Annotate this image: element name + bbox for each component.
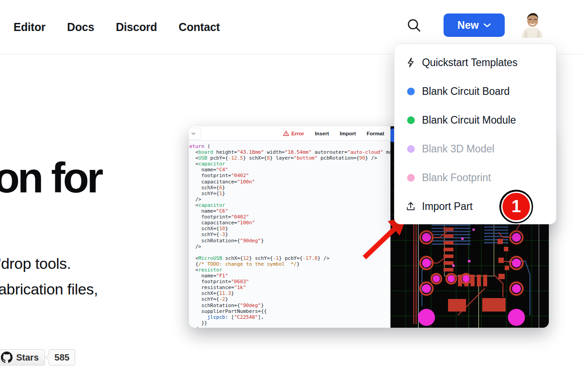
menu-item-label: Import Part (422, 200, 473, 213)
purple-dot-icon (405, 143, 416, 154)
nav-link-contact[interactable]: Contact (179, 21, 220, 34)
search-button[interactable] (407, 18, 422, 33)
pink-dot-icon (405, 172, 416, 183)
step-badge-number: 1 (502, 193, 530, 220)
menu-item-label: Blank Circuit Module (422, 114, 516, 126)
hero-body-line-1: 'drop tools. (0, 251, 98, 276)
import-menu-item[interactable]: Import (340, 131, 356, 136)
chevron-down-icon (191, 132, 196, 135)
nav-link-docs[interactable]: Docs (67, 21, 94, 34)
bolt-icon (405, 57, 416, 68)
user-avatar[interactable] (520, 12, 544, 38)
menu-item-label: Blank Circuit Board (422, 85, 510, 98)
hero-title-fragment: on for (0, 153, 101, 202)
upload-icon (405, 201, 416, 212)
blue-dot-icon (405, 86, 416, 97)
github-icon (1, 352, 13, 363)
format-menu-item[interactable]: Format (367, 131, 384, 136)
error-menu-item[interactable]: Error (283, 130, 304, 136)
step-badge: 1 (499, 190, 533, 223)
insert-menu-item[interactable]: Insert (315, 131, 329, 136)
menu-item-blank-circuit-board[interactable]: Blank Circuit Board (395, 77, 556, 106)
new-button[interactable]: New (444, 13, 505, 37)
nav-links: Editor Docs Discord Contact (13, 0, 220, 54)
menu-item-blank-circuit-module[interactable]: Blank Circuit Module (395, 106, 556, 134)
hero-body-text: 'drop tools. abrication files, (0, 251, 98, 302)
editor-collapse-button[interactable] (189, 128, 201, 140)
menu-item-blank-3d-model[interactable]: Blank 3D Model (395, 134, 556, 163)
github-stars-label: Stars (16, 352, 39, 363)
menu-item-blank-footprint[interactable]: Blank Footprint (395, 163, 556, 192)
github-stars-button[interactable]: Stars (0, 349, 45, 365)
chevron-down-icon (484, 23, 491, 27)
new-button-label: New (457, 19, 479, 31)
error-label: Error (292, 131, 304, 136)
search-icon (407, 18, 422, 33)
code-editor-content[interactable]: eturn ( <board height="43.18mm" width="1… (189, 141, 390, 328)
github-stars-count[interactable]: 585 (49, 349, 75, 365)
green-dot-icon (405, 115, 416, 125)
new-dropdown-menu: Quickstart Templates Blank Circuit Board… (394, 44, 556, 224)
menu-item-label: Quickstart Templates (422, 57, 517, 69)
github-stars-widget: Stars 585 (0, 349, 75, 365)
hero-body-line-2: abrication files, (0, 276, 98, 302)
avatar-image (520, 12, 544, 38)
page: on for 'drop tools. abrication files, (0, 0, 583, 392)
menu-item-label: Blank Footprint (422, 172, 491, 184)
menu-item-label: Blank 3D Model (422, 143, 494, 155)
menu-item-quickstart-templates[interactable]: Quickstart Templates (395, 48, 556, 77)
nav-link-discord[interactable]: Discord (116, 21, 157, 34)
warning-icon (283, 130, 289, 136)
nav-link-editor[interactable]: Editor (13, 21, 45, 34)
editor-toolbar: Error Insert Import Format (189, 126, 390, 141)
code-editor-panel: Error Insert Import Format eturn ( <boar… (189, 126, 390, 328)
